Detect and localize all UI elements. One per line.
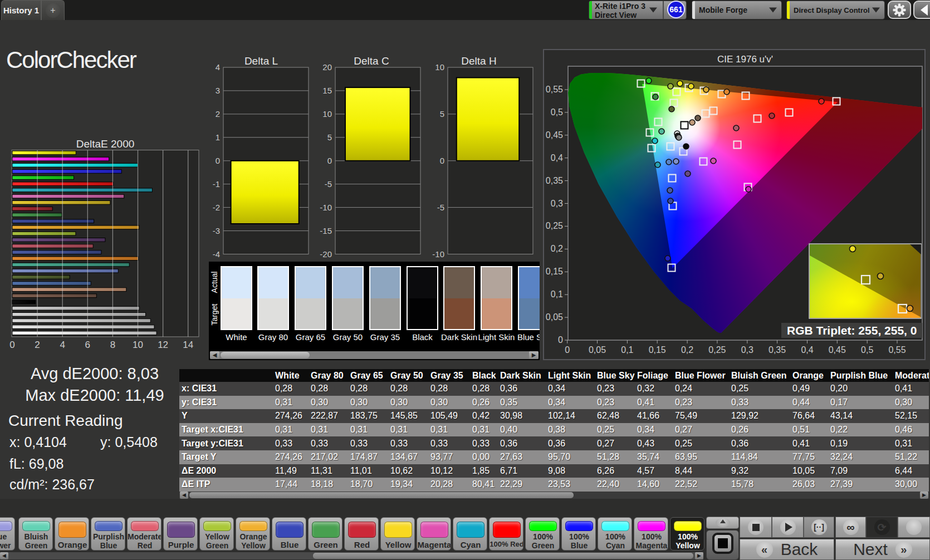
svg-text:0,05: 0,05 (589, 345, 606, 355)
svg-text:Delta C: Delta C (354, 56, 389, 67)
svg-text:0,3: 0,3 (741, 345, 753, 355)
svg-text:5: 5 (327, 132, 332, 142)
svg-text:RGB Triplet: 255, 255, 0: RGB Triplet: 255, 255, 0 (787, 324, 917, 337)
svg-text:-10: -10 (320, 203, 332, 212)
svg-text:10: 10 (133, 340, 143, 350)
svg-text:0,4: 0,4 (551, 153, 563, 163)
svg-text:4: 4 (216, 62, 220, 72)
svg-text:-4: -4 (213, 249, 220, 259)
svg-text:0,1: 0,1 (621, 345, 633, 355)
svg-text:14: 14 (183, 340, 193, 350)
svg-text:0,5: 0,5 (551, 107, 563, 117)
svg-text:0,05: 0,05 (546, 312, 563, 322)
svg-text:0,15: 0,15 (649, 345, 666, 355)
svg-text:0,3: 0,3 (551, 199, 563, 208)
svg-text:0,25: 0,25 (708, 345, 726, 355)
svg-text:0,15: 0,15 (546, 267, 563, 276)
svg-text:-3: -3 (213, 226, 220, 235)
svg-text:15: 15 (322, 86, 332, 95)
svg-text:2: 2 (216, 109, 220, 119)
svg-text:-15: -15 (320, 226, 332, 235)
svg-text:-5: -5 (325, 179, 332, 189)
svg-text:-2: -2 (213, 203, 220, 212)
svg-text:0: 0 (558, 335, 563, 345)
svg-text:0,35: 0,35 (769, 345, 786, 355)
svg-text:0,2: 0,2 (681, 345, 693, 355)
svg-text:12: 12 (158, 340, 168, 350)
svg-text:0,55: 0,55 (546, 85, 563, 94)
svg-text:0,5: 0,5 (861, 345, 873, 355)
svg-text:0,55: 0,55 (888, 345, 905, 355)
svg-text:0,1: 0,1 (551, 289, 563, 299)
svg-text:5: 5 (440, 109, 444, 119)
svg-text:0: 0 (327, 156, 332, 165)
svg-text:Delta H: Delta H (461, 56, 496, 67)
svg-text:0,45: 0,45 (829, 345, 846, 355)
svg-text:0: 0 (216, 156, 220, 165)
svg-text:0: 0 (9, 340, 14, 350)
svg-text:-10: -10 (432, 249, 444, 259)
svg-text:Delta L: Delta L (244, 56, 278, 67)
svg-text:1: 1 (216, 132, 220, 142)
svg-text:10: 10 (322, 109, 332, 119)
svg-text:20: 20 (322, 62, 332, 72)
svg-text:10: 10 (435, 62, 444, 72)
svg-text:0,2: 0,2 (551, 244, 563, 253)
svg-text:3: 3 (216, 86, 220, 95)
svg-text:2: 2 (35, 340, 40, 350)
svg-text:0,25: 0,25 (546, 221, 563, 230)
svg-text:8: 8 (110, 340, 115, 350)
svg-text:0,35: 0,35 (546, 176, 563, 185)
svg-text:4: 4 (60, 340, 65, 350)
svg-text:-1: -1 (213, 179, 220, 189)
svg-text:-5: -5 (437, 203, 444, 212)
svg-text:0: 0 (440, 156, 444, 165)
svg-text:6: 6 (85, 340, 90, 350)
svg-text:-20: -20 (320, 249, 332, 259)
svg-text:0: 0 (565, 345, 570, 355)
svg-text:0,45: 0,45 (546, 130, 563, 140)
svg-text:0,4: 0,4 (801, 345, 813, 355)
